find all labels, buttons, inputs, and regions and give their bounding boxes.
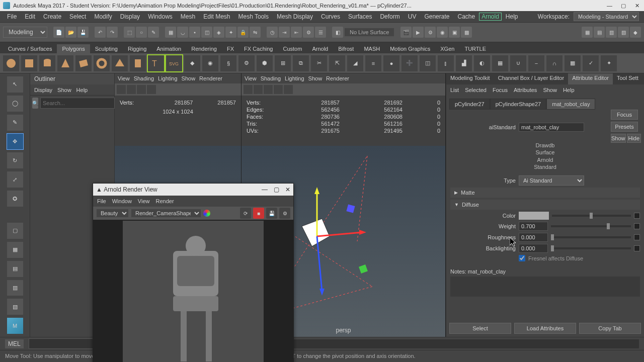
poly-soccer-icon[interactable]: ⬢ — [257, 55, 273, 71]
vp2-show-menu[interactable]: Show — [308, 75, 323, 81]
ae-attributes-menu[interactable]: Attributes — [514, 87, 537, 93]
lock-icon[interactable]: 🔒 — [237, 27, 249, 38]
vp1-show-menu[interactable]: Show — [182, 75, 196, 81]
layout-3h-icon[interactable]: ▥ — [7, 280, 23, 296]
construction-icon[interactable]: ⚙ — [303, 27, 314, 38]
vp1-view-menu[interactable]: View — [118, 75, 130, 81]
ae-show-menu[interactable]: Show — [543, 87, 557, 93]
arv-settings-icon[interactable]: ⚙ — [279, 208, 290, 219]
diffuse-section[interactable]: ▼Diffuse — [450, 200, 640, 210]
notes-area[interactable] — [450, 277, 640, 297]
extrude-icon[interactable]: ⇱ — [329, 55, 345, 71]
poly-svg-icon[interactable]: SVG — [166, 55, 182, 71]
menu-mesh-tools[interactable]: Mesh Tools — [234, 13, 273, 20]
shelf-tab-bifrost[interactable]: Bifrost — [333, 44, 359, 53]
boolean-diff-icon[interactable]: − — [528, 55, 544, 71]
poly-cylinder-icon[interactable] — [39, 55, 55, 71]
layout-outliner-icon[interactable]: ▧ — [7, 299, 23, 315]
toggle-toolset-icon[interactable]: ▧ — [618, 27, 629, 38]
layout-four-icon[interactable]: ▦ — [7, 242, 23, 258]
menu-surfaces[interactable]: Surfaces — [344, 13, 376, 20]
menu-select[interactable]: Select — [65, 13, 90, 20]
vp2-tool-icon[interactable] — [274, 85, 283, 94]
arv-view-menu[interactable]: View — [138, 198, 150, 204]
insert-loop-icon[interactable]: ◫ — [420, 55, 436, 71]
bevel-icon[interactable]: ◢ — [347, 55, 363, 71]
subdiv-icon[interactable]: ▦ — [492, 55, 508, 71]
maya-icon[interactable]: M — [7, 318, 23, 334]
vp2-shading-menu[interactable]: Shading — [261, 75, 281, 81]
node-tab-material[interactable]: mat_robot_clay — [546, 99, 595, 110]
select-tool-icon[interactable]: ↖ — [7, 76, 23, 93]
poly-superellipse-icon[interactable]: ◉ — [202, 55, 218, 71]
rotate-tool-icon[interactable]: ↻ — [7, 152, 23, 168]
snap-plane-icon[interactable]: ◫ — [201, 27, 212, 38]
arv-window-menu[interactable]: Window — [112, 198, 132, 204]
minimize-icon[interactable]: — — [607, 3, 613, 9]
shelf-tab-mash[interactable]: MASH — [359, 44, 385, 53]
boolean-union-icon[interactable]: ∪ — [510, 55, 526, 71]
open-scene-icon[interactable]: 📂 — [65, 27, 76, 38]
render-settings-icon[interactable]: ⚙ — [425, 27, 436, 38]
bridge-icon[interactable]: ≡ — [365, 55, 381, 71]
vp1-tool-icon[interactable] — [117, 85, 126, 94]
vp1-tool-icon[interactable] — [127, 85, 136, 94]
snap-curve-icon[interactable]: ◡ — [177, 27, 188, 38]
ipr-icon[interactable]: ▶ — [413, 27, 424, 38]
poly-gear-icon[interactable]: ⚙ — [238, 55, 255, 71]
redo-icon[interactable]: ↷ — [107, 27, 118, 38]
poly-platonics-icon[interactable]: ◆ — [184, 55, 200, 71]
ae-focus-menu[interactable]: Focus — [493, 87, 508, 93]
append-icon[interactable]: ➕ — [401, 55, 418, 71]
vp1-tool-icon[interactable] — [137, 85, 146, 94]
select-button[interactable]: Select — [449, 323, 511, 334]
poly-cone-icon[interactable] — [57, 55, 73, 71]
move-tool-icon[interactable]: ✥ — [7, 134, 23, 150]
poly-type-icon[interactable]: T — [148, 55, 164, 71]
menu-file[interactable]: File — [3, 13, 21, 20]
menu-modify[interactable]: Modify — [90, 13, 116, 20]
vp2-tool-icon[interactable] — [284, 85, 293, 94]
layout-icon[interactable]: ▦ — [582, 27, 593, 38]
vp1-tool-icon[interactable] — [147, 85, 156, 94]
select-mode-icon[interactable]: ⬚ — [124, 27, 135, 38]
arv-minimize-icon[interactable]: — — [262, 186, 268, 193]
menu-edit[interactable]: Edit — [21, 13, 39, 20]
roughness-map-icon[interactable] — [634, 234, 640, 240]
lasso-tool-icon[interactable]: ◯ — [7, 96, 23, 112]
menu-display[interactable]: Display — [116, 13, 144, 20]
shelf-tab-rendering[interactable]: Rendering — [186, 44, 222, 53]
tab-modeling-toolkit[interactable]: Modeling Toolkit — [446, 73, 494, 84]
toggle-channels-icon[interactable]: ▤ — [594, 27, 605, 38]
live-surface-icon[interactable]: ◧ — [332, 27, 343, 38]
snap-toggle-icon[interactable]: ✦ — [225, 27, 236, 38]
snap-live-icon[interactable]: ◈ — [213, 27, 224, 38]
roughness-slider[interactable] — [551, 236, 631, 238]
poly-cube-icon[interactable] — [21, 55, 37, 71]
copy-tab-button[interactable]: Copy Tab — [579, 323, 641, 334]
menu-curves[interactable]: Curves — [317, 13, 344, 20]
material-name-field[interactable] — [519, 123, 584, 132]
arv-render-menu[interactable]: Render — [156, 198, 174, 204]
type-selector[interactable]: Ai Standard — [519, 175, 584, 186]
snap-point-icon[interactable]: ▪ — [189, 27, 200, 38]
mirror-icon[interactable]: ▟ — [456, 55, 472, 71]
shelf-tab-arnold[interactable]: Arnold — [307, 44, 333, 53]
offset-loop-icon[interactable]: ⫿ — [438, 55, 454, 71]
color-swatch[interactable] — [519, 212, 549, 220]
color-slider[interactable] — [552, 215, 631, 217]
output-icon[interactable]: ⇤ — [291, 27, 302, 38]
vp2-tool-icon[interactable] — [254, 85, 263, 94]
matte-section[interactable]: ▶Matte — [450, 188, 640, 198]
arv-close-icon[interactable]: ✕ — [285, 186, 290, 193]
arv-canvas[interactable] — [93, 220, 293, 362]
hide-button[interactable]: Hide — [627, 134, 641, 143]
arv-aov-selector[interactable]: Beauty — [96, 209, 129, 218]
shelf-tab-fxcaching[interactable]: FX Caching — [239, 44, 278, 53]
vp1-renderer-menu[interactable]: Renderer — [199, 75, 222, 81]
weight-map-icon[interactable] — [634, 223, 640, 229]
outliner-show-menu[interactable]: Show — [57, 87, 71, 93]
poly-pipe-icon[interactable] — [130, 55, 146, 71]
outliner-display-menu[interactable]: Display — [34, 87, 52, 93]
layout-3v-icon[interactable]: ▤ — [7, 261, 23, 277]
